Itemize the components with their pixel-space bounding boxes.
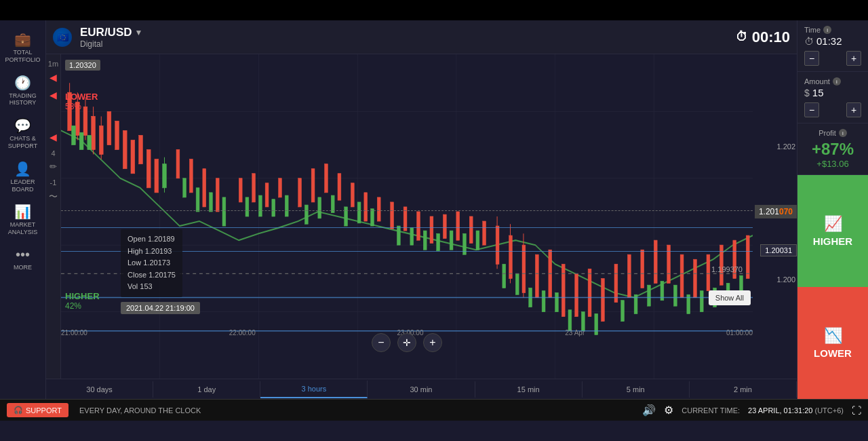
svg-rect-55	[304, 205, 308, 224]
profit-section: Profit i +87% +$13.06	[797, 123, 868, 175]
current-time-label: CURRENT TIME:	[682, 406, 740, 415]
svg-rect-21	[115, 121, 119, 149]
dropdown-arrow-icon[interactable]: ▼	[135, 28, 143, 37]
volume-icon[interactable]: 🔊	[642, 404, 656, 417]
show-all-button[interactable]: Show All	[709, 290, 751, 305]
svg-rect-73	[450, 231, 453, 250]
svg-rect-38	[210, 193, 213, 212]
tool-1[interactable]: 1m	[48, 60, 58, 68]
svg-rect-85	[575, 273, 578, 316]
analysis-icon: 📊	[14, 204, 31, 220]
svg-rect-68	[483, 221, 486, 245]
lower-button[interactable]: 📉 LOWER	[797, 287, 868, 399]
sidebar-item-analysis[interactable]: 📊 MARKETANALYSIS	[0, 198, 45, 242]
svg-rect-72	[437, 233, 440, 250]
trade-panel: Time i ⏱ 01:32 − + Amount i	[797, 20, 868, 399]
current-price-tag-2: 1.20031	[760, 244, 797, 256]
svg-rect-111	[673, 285, 677, 306]
amount-minus-button[interactable]: −	[804, 102, 819, 117]
flag-icon: 🇪🇺	[53, 28, 72, 47]
svg-rect-52	[351, 183, 354, 207]
higher-button[interactable]: 📈 HIGHER	[797, 175, 868, 287]
svg-rect-56	[318, 197, 321, 218]
amount-plus-button[interactable]: +	[846, 102, 861, 117]
svg-rect-109	[648, 285, 651, 306]
price-level-1202: 1.202	[776, 142, 795, 151]
svg-rect-101	[680, 254, 684, 297]
period-5min[interactable]: 5 min	[583, 381, 690, 398]
history-icon: 🕐	[14, 75, 31, 91]
amount-value: 15	[812, 87, 824, 98]
tool-4[interactable]: 4	[51, 149, 55, 157]
currency-pair: 🇪🇺 EUR/USD ▼ Digital	[53, 26, 142, 49]
chart-top-price: 1.20320	[65, 60, 100, 71]
sidebar-item-history[interactable]: 🕐 TRADINGHISTORY	[0, 69, 45, 113]
period-15min[interactable]: 15 min	[475, 381, 583, 398]
time-minus-button[interactable]: −	[804, 51, 819, 66]
period-3hours[interactable]: 3 hours	[260, 381, 368, 398]
tool-minus-1[interactable]: -1	[50, 178, 57, 187]
timer-icon: ⏱	[736, 30, 748, 44]
svg-rect-48	[298, 178, 302, 207]
svg-rect-50	[325, 164, 328, 193]
svg-rect-43	[279, 178, 282, 197]
svg-rect-46	[272, 199, 275, 216]
svg-rect-107	[621, 301, 625, 322]
amount-info-icon[interactable]: i	[833, 77, 841, 85]
svg-rect-82	[535, 254, 538, 297]
zoom-out-button[interactable]: −	[372, 333, 391, 352]
period-2min[interactable]: 2 min	[690, 381, 797, 398]
time-info-icon[interactable]: i	[823, 26, 831, 34]
time-label-row: Time i	[804, 26, 861, 34]
svg-rect-60	[371, 209, 374, 226]
profit-info-icon[interactable]: i	[839, 129, 847, 137]
amount-section: Amount i $ 15 − +	[797, 72, 868, 123]
current-time-value: 23 APRIL, 01:31:20 (UTC+6)	[748, 406, 844, 415]
crosshair-button[interactable]: ✛	[397, 333, 416, 352]
tool-arrow-lower[interactable]: ◀	[50, 132, 57, 142]
blue-line-upper	[61, 227, 753, 228]
profit-percent: +87%	[804, 140, 861, 159]
fullscreen-icon[interactable]: ⛶	[852, 405, 861, 416]
svg-rect-39	[222, 197, 226, 226]
svg-rect-26	[155, 159, 159, 193]
svg-rect-99	[654, 240, 657, 283]
chart-controls: − ✛ +	[61, 332, 753, 353]
svg-rect-32	[176, 150, 180, 178]
period-1day[interactable]: 1 day	[153, 381, 260, 398]
chart-wrapper: 🇪🇺 EUR/USD ▼ Digital ⏱ 00:10	[46, 20, 797, 399]
svg-rect-93	[568, 310, 572, 331]
settings-icon[interactable]: ⚙	[664, 404, 673, 417]
leaderboard-icon: 👤	[14, 161, 31, 177]
period-30days[interactable]: 30 days	[46, 381, 153, 398]
period-30min[interactable]: 30 min	[368, 381, 475, 398]
time-plus-button[interactable]: +	[846, 51, 861, 66]
sidebar-item-portfolio[interactable]: 💼 TOTALPORTFOLIO	[0, 26, 45, 69]
tool-arrow-down[interactable]: ◀	[50, 90, 57, 100]
tool-wave[interactable]: 〜	[49, 191, 58, 203]
ticker-text: EVERY DAY, AROUND THE CLOCK	[79, 406, 201, 415]
amount-value-row: $ 15	[804, 87, 861, 98]
svg-rect-91	[542, 291, 545, 312]
sidebar: 💼 TOTALPORTFOLIO 🕐 TRADINGHISTORY 💬 CHAT…	[0, 20, 46, 399]
status-bar: 🎧 SUPPORT EVERY DAY, AROUND THE CLOCK 🔊 …	[0, 399, 868, 421]
tool-arrow-up[interactable]: ◀	[50, 72, 57, 83]
sidebar-item-chats[interactable]: 💬 CHATS &SUPPORT	[0, 112, 45, 155]
svg-rect-65	[443, 214, 446, 238]
current-price-tag: 1.201070	[755, 205, 797, 218]
sidebar-item-more[interactable]: ••• MORE	[0, 242, 45, 277]
svg-rect-102	[694, 259, 697, 297]
svg-rect-106	[746, 235, 749, 278]
sidebar-item-leaderboard[interactable]: 👤 LEADERBOARD	[0, 155, 45, 199]
tool-pencil[interactable]: ✏	[50, 161, 57, 172]
price-199370: 1.199370	[711, 265, 743, 273]
dashed-price-line	[61, 210, 753, 211]
svg-rect-113	[700, 291, 703, 312]
svg-rect-96	[614, 264, 618, 302]
support-button[interactable]: 🎧 SUPPORT	[7, 403, 68, 417]
svg-rect-33	[189, 159, 193, 193]
zoom-in-button[interactable]: +	[423, 333, 442, 352]
svg-rect-41	[252, 174, 256, 202]
svg-rect-103	[707, 254, 710, 290]
header-timer: ⏱ 00:10	[736, 28, 790, 46]
